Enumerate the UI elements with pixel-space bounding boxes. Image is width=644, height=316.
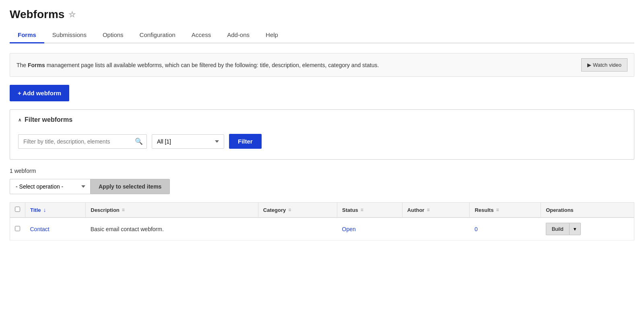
build-dropdown-button[interactable]: ▾ [569,223,581,235]
th-status-label: Status [342,207,358,213]
row-operations-cell: Build ▾ [541,218,634,240]
filter-button[interactable]: Filter [229,134,262,149]
watch-video-button[interactable]: ▶ Watch video [581,58,627,72]
page-title-area: Webforms ☆ [10,8,634,21]
page-title: Webforms [10,8,64,21]
star-icon[interactable]: ☆ [68,10,76,19]
th-status: Status ≡ [337,203,402,218]
webforms-table: Title ↓ Description ≡ Category ≡ [10,202,634,240]
select-operation-dropdown[interactable]: - Select operation - [10,179,90,194]
row-title-link[interactable]: Contact [30,226,50,232]
th-category-filter-icon: ≡ [288,207,291,213]
webform-count: 1 webform [10,168,634,174]
th-description-filter-icon: ≡ [122,207,125,213]
build-button[interactable]: Build [546,223,569,235]
operations-wrapper: Build ▾ [546,223,629,235]
table-header: Title ↓ Description ≡ Category ≡ [10,203,634,218]
th-category-label: Category [263,207,286,213]
info-bar: The Forms management page lists all avai… [10,53,634,77]
th-results: Results ≡ [470,203,541,218]
th-description-label: Description [91,207,120,213]
th-title: Title ↓ [25,203,86,218]
apply-to-selected-button[interactable]: Apply to selected items [90,179,170,194]
table-row: Contact Basic email contact webform. Ope… [10,218,634,240]
th-operations: Operations [541,203,634,218]
info-bold: Forms [28,62,45,68]
tab-options[interactable]: Options [95,27,132,43]
filter-header[interactable]: ∧ Filter webforms [18,116,626,123]
info-text: The Forms management page lists all avai… [17,62,379,68]
filter-header-label: Filter webforms [25,116,72,123]
tab-forms[interactable]: Forms [10,27,44,43]
filter-category-select[interactable]: All [1] [152,134,224,149]
row-checkbox[interactable] [15,226,20,231]
th-status-filter-icon: ≡ [361,207,363,213]
add-webform-button[interactable]: + Add webform [10,85,69,101]
row-description: Basic email contact webform. [91,226,164,232]
th-results-label: Results [475,207,493,213]
row-status-link[interactable]: Open [342,226,356,232]
row-checkbox-cell [10,218,25,240]
th-operations-label: Operations [546,207,574,213]
tabs-nav: Forms Submissions Options Configuration … [10,27,634,43]
th-results-filter-icon: ≡ [496,207,499,213]
tab-access[interactable]: Access [184,27,219,43]
th-title-label[interactable]: Title [30,207,41,213]
row-status-cell: Open [337,218,402,240]
bulk-actions: - Select operation - Apply to selected i… [10,179,634,194]
th-author: Author ≡ [402,203,470,218]
tab-submissions[interactable]: Submissions [44,27,95,43]
filter-controls: 🔍 All [1] Filter [18,130,626,153]
tab-help[interactable]: Help [258,27,286,43]
row-title-cell: Contact [25,218,86,240]
filter-collapse-icon: ∧ [18,117,21,123]
filter-text-input[interactable] [18,134,147,149]
row-category-cell [258,218,337,240]
tab-addons[interactable]: Add-ons [219,27,258,43]
filter-section: ∧ Filter webforms 🔍 All [1] Filter [10,109,634,160]
page-wrapper: Webforms ☆ Forms Submissions Options Con… [0,0,644,316]
table-body: Contact Basic email contact webform. Ope… [10,218,634,240]
tab-configuration[interactable]: Configuration [132,27,184,43]
table-header-row: Title ↓ Description ≡ Category ≡ [10,203,634,218]
row-results-cell: 0 [470,218,541,240]
sort-down-icon: ↓ [43,207,46,213]
th-author-filter-icon: ≡ [427,207,429,213]
filter-input-wrapper: 🔍 [18,134,147,149]
row-results-link[interactable]: 0 [475,226,478,232]
select-all-checkbox[interactable] [15,207,20,212]
row-description-cell: Basic email contact webform. [86,218,258,240]
th-description: Description ≡ [86,203,258,218]
th-select-all [10,203,25,218]
row-author-cell [402,218,470,240]
th-category: Category ≡ [258,203,337,218]
th-author-label: Author [407,207,425,213]
